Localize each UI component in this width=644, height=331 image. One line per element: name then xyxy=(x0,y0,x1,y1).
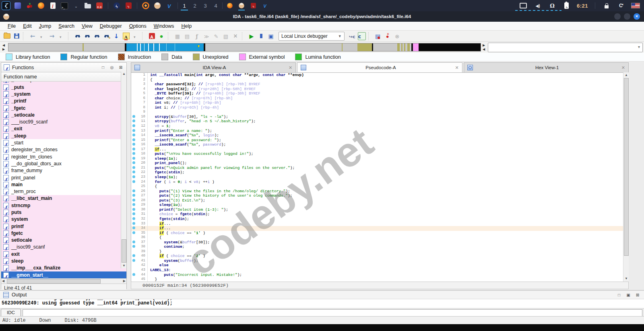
app-texteditor-icon[interactable] xyxy=(48,1,57,10)
code-line[interactable]: 14 __isoc99_scanf("%s", login); xyxy=(131,133,628,138)
functions-vertical-scrollbar[interactable]: ▲ ▼ xyxy=(121,72,126,268)
code-line[interactable]: 8 int i; // [rsp+6Ch] [rbp-4h] xyxy=(131,105,628,110)
output-titlebar[interactable]: Output □ ▣ ⊠ xyxy=(0,291,644,299)
function-row[interactable]: _fgetc xyxy=(1,105,126,111)
app-ember-icon[interactable] xyxy=(141,1,150,10)
code-line[interactable]: 40 if ( choice == '2' ) xyxy=(131,254,628,259)
function-row[interactable]: sleep xyxy=(1,257,126,264)
code-line[interactable]: 9 xyxy=(131,110,628,115)
code-line[interactable]: 25 { xyxy=(131,184,628,189)
menu-item-edit[interactable]: Edit xyxy=(19,23,35,29)
code-line[interactable]: 5 _BYTE buffer[39]; // [rsp+40h] [rbp-30… xyxy=(131,91,628,96)
debugger-select[interactable]: Local Linux debugger▼ xyxy=(279,32,345,41)
app-redgrid-icon[interactable] xyxy=(95,1,104,10)
stop-process-button[interactable] xyxy=(266,32,275,41)
app-cherrytree-icon[interactable] xyxy=(25,1,34,10)
breakpoint-gutter[interactable] xyxy=(131,115,136,119)
idc-mode-button[interactable]: IDC xyxy=(1,309,21,317)
code-line[interactable]: 7 int v8; // [rsp+68h] [rbp-8h] xyxy=(131,101,628,105)
add-breakpoint-button[interactable] xyxy=(383,32,392,41)
scrollbar-thumb[interactable] xyxy=(7,279,101,284)
app-redbook-icon[interactable] xyxy=(124,1,133,10)
breakpoint-gutter[interactable] xyxy=(131,152,136,156)
band-zoom-in-icon[interactable]: ▶ xyxy=(483,43,485,47)
function-row[interactable]: _printf xyxy=(1,98,126,105)
window-firefox[interactable] xyxy=(225,1,234,10)
function-row[interactable]: strncmp xyxy=(1,202,126,209)
breakpoint-gutter[interactable] xyxy=(131,231,136,236)
breakpoint-gutter[interactable] xyxy=(131,166,136,171)
band-zoom-out-icon[interactable]: ◀ xyxy=(483,47,485,51)
breakpoint-gutter[interactable] xyxy=(131,198,136,203)
pause-process-button[interactable] xyxy=(257,32,266,41)
breakpoint-gutter[interactable] xyxy=(131,189,136,194)
code-line[interactable]: 23 sleep(1u); xyxy=(131,175,628,180)
display-icon[interactable] xyxy=(519,1,528,10)
app-firefox-icon[interactable] xyxy=(37,1,45,10)
patch-button[interactable] xyxy=(221,32,230,41)
function-row[interactable]: _term_proc xyxy=(1,188,126,195)
code-line[interactable]: 36 { xyxy=(131,235,628,240)
function-row[interactable]: __imp___cxa_finalize xyxy=(1,265,126,271)
code-line[interactable]: 41 system(buffer); xyxy=(131,259,628,263)
function-row[interactable]: printf xyxy=(1,223,126,230)
function-row[interactable]: _system xyxy=(1,90,126,97)
jump-by-address-button[interactable] xyxy=(93,32,101,41)
navigation-band[interactable]: ▼ xyxy=(8,43,481,51)
app-vscode-icon[interactable] xyxy=(165,1,173,10)
code-line[interactable]: 16 __isoc99_scanf("%s", password); xyxy=(131,142,628,147)
code-line[interactable]: 43LABEL_13: xyxy=(131,268,628,273)
panel-close-icon[interactable]: ⊠ xyxy=(634,293,641,297)
breakpoint-gutter[interactable] xyxy=(131,245,136,249)
scrollbar-thumb[interactable] xyxy=(624,78,629,256)
menu-item-help[interactable]: Help xyxy=(178,23,196,29)
workspace-button-2[interactable]: 2 xyxy=(190,1,199,10)
tab-close-icon[interactable]: ✕ xyxy=(621,65,625,70)
code-line[interactable]: 22 fgetc(stdin); xyxy=(131,170,628,175)
tab-close-icon[interactable]: ✕ xyxy=(455,65,458,70)
volume-icon[interactable] xyxy=(533,1,542,10)
panel-maximize-icon[interactable]: ▣ xyxy=(625,293,632,297)
code-line[interactable]: 21 puts("\nQuick admin panel for viewing… xyxy=(131,166,628,171)
code-line[interactable]: 35 if ( choice == '1' ) xyxy=(131,231,628,236)
window-titlebar[interactable]: IDA - task6_file.i64 (task6_file) /media… xyxy=(0,11,644,22)
panel-restore-icon[interactable]: □ xyxy=(616,293,622,297)
code-line[interactable]: 37 system(&buffer[30]); xyxy=(131,240,628,245)
breakpoint-gutter[interactable] xyxy=(131,138,136,143)
breakpoint-gutter[interactable] xyxy=(131,259,136,263)
function-row[interactable]: frame_dummy xyxy=(1,167,126,174)
problems-button[interactable] xyxy=(147,32,156,41)
tab-close-icon[interactable]: ✕ xyxy=(289,65,292,70)
minimize-button[interactable] xyxy=(614,13,621,20)
jump-down-button[interactable] xyxy=(112,32,121,41)
menu-item-search[interactable]: Search xyxy=(55,23,78,29)
breakpoint-gutter[interactable] xyxy=(131,142,136,147)
forward-dropdown[interactable] xyxy=(57,32,66,41)
app-terminal-icon[interactable] xyxy=(60,1,69,10)
code-line[interactable]: 20 print_panel(); xyxy=(131,161,628,166)
function-row[interactable]: exit xyxy=(1,251,126,257)
jump-xref-button[interactable] xyxy=(102,32,111,41)
code-line[interactable]: 19 sleep(1u); xyxy=(131,156,628,161)
code-line[interactable]: 12 v8 = 1; xyxy=(131,124,628,129)
breakpoint-gutter[interactable] xyxy=(131,124,136,129)
function-row[interactable]: _start xyxy=(1,139,126,146)
tab-hex-view-1[interactable]: Hex View-1✕ xyxy=(464,62,629,72)
scroll-down-icon[interactable]: ▼ xyxy=(625,276,628,281)
create-struct-button[interactable] xyxy=(173,32,182,41)
code-line[interactable]: 1int __fastcall main(int argc, const cha… xyxy=(131,73,628,78)
scroll-down-icon[interactable]: ▼ xyxy=(122,263,126,268)
terminal-dropdown-icon[interactable] xyxy=(72,1,80,10)
window-vscode[interactable] xyxy=(260,1,269,10)
breakpoint-gutter[interactable] xyxy=(131,254,136,259)
code-line[interactable]: 18 puts("\nYou have successfully logged … xyxy=(131,152,628,156)
function-row[interactable]: system xyxy=(1,216,126,223)
function-row[interactable]: print_panel xyxy=(1,174,126,181)
app-menu-kali-icon[interactable] xyxy=(2,1,10,10)
back-button[interactable] xyxy=(28,32,37,41)
function-row[interactable]: _exit xyxy=(1,125,126,132)
breakpoint-gutter[interactable] xyxy=(131,133,136,138)
function-row[interactable]: setlocale xyxy=(1,237,126,244)
delete-breakpoint-button[interactable] xyxy=(393,32,402,41)
code-line[interactable]: 17 if... xyxy=(131,147,628,152)
